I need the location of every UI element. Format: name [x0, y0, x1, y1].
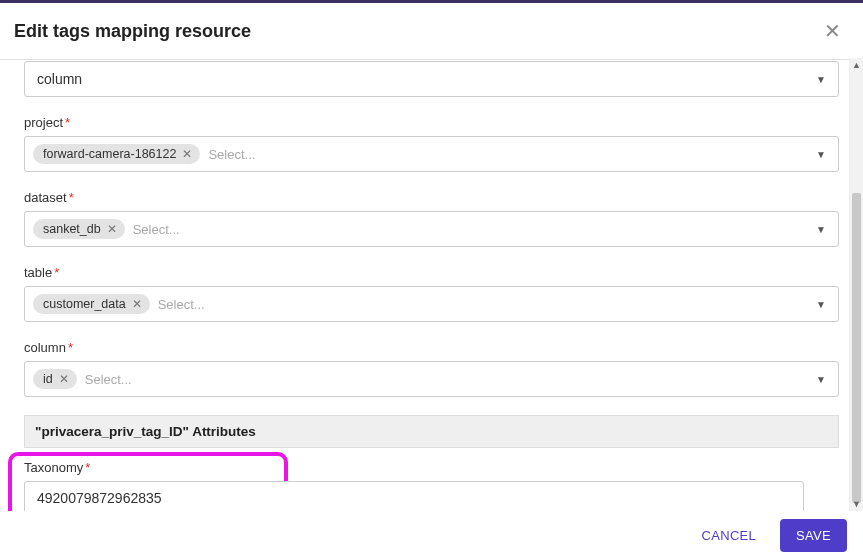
dataset-placeholder: Select... [133, 222, 180, 237]
table-label: table* [24, 265, 839, 280]
chip-remove-icon[interactable]: ✕ [59, 373, 69, 385]
taxonomy-label: Taxonomy* [24, 460, 839, 475]
close-icon[interactable]: ✕ [820, 17, 845, 45]
chip-remove-icon[interactable]: ✕ [132, 298, 142, 310]
column-placeholder: Select... [85, 372, 132, 387]
chip-remove-icon[interactable]: ✕ [182, 148, 192, 160]
project-label: project* [24, 115, 839, 130]
dataset-chip: sanket_db ✕ [33, 219, 125, 239]
column-label: column* [24, 340, 839, 355]
project-placeholder: Select... [208, 147, 255, 162]
table-placeholder: Select... [158, 297, 205, 312]
scope-select[interactable]: column ▼ [24, 61, 839, 97]
dataset-select[interactable]: sanket_db ✕ Select... ▼ [24, 211, 839, 247]
table-chip: customer_data ✕ [33, 294, 150, 314]
scrollbar-thumb[interactable] [852, 193, 861, 503]
attributes-section-header: "privacera_priv_tag_ID" Attributes [24, 415, 839, 448]
chevron-down-icon: ▼ [816, 149, 826, 160]
save-button[interactable]: SAVE [780, 519, 847, 552]
table-select[interactable]: customer_data ✕ Select... ▼ [24, 286, 839, 322]
dataset-label: dataset* [24, 190, 839, 205]
cancel-button[interactable]: CANCEL [692, 520, 767, 551]
scope-value: column [37, 71, 82, 87]
scrollbar[interactable]: ▲ ▼ [849, 58, 863, 511]
chevron-down-icon: ▼ [816, 299, 826, 310]
column-chip: id ✕ [33, 369, 77, 389]
project-select[interactable]: forward-camera-186122 ✕ Select... ▼ [24, 136, 839, 172]
taxonomy-input[interactable] [24, 481, 804, 511]
column-select[interactable]: id ✕ Select... ▼ [24, 361, 839, 397]
modal-title: Edit tags mapping resource [14, 21, 251, 42]
chevron-down-icon: ▼ [816, 374, 826, 385]
chevron-down-icon: ▼ [816, 224, 826, 235]
chip-remove-icon[interactable]: ✕ [107, 223, 117, 235]
scroll-up-icon[interactable]: ▲ [850, 58, 863, 72]
scroll-down-icon[interactable]: ▼ [850, 497, 863, 511]
project-chip: forward-camera-186122 ✕ [33, 144, 200, 164]
chevron-down-icon: ▼ [816, 74, 826, 85]
